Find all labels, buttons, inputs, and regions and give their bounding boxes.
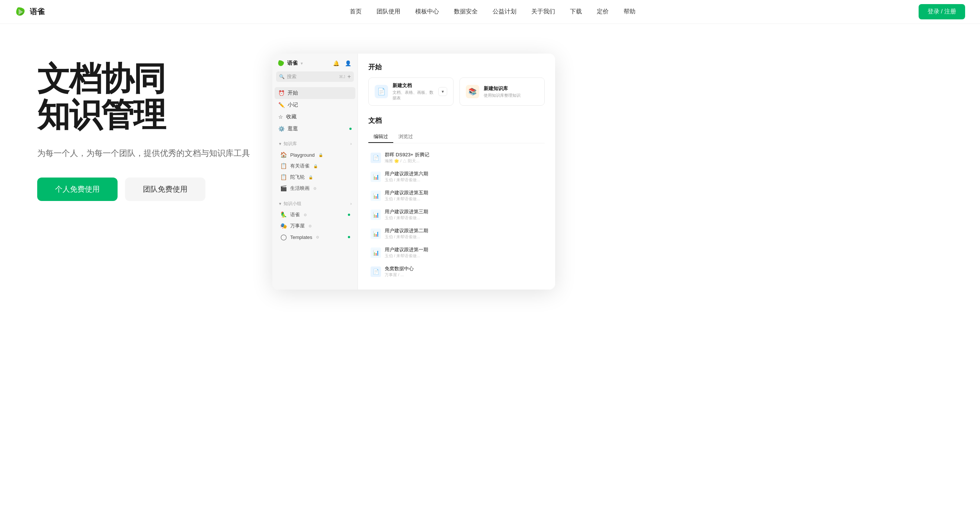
group-templates-settings-icon: ⚙ (316, 235, 319, 239)
kb-item-movies[interactable]: 🎬 生活映画 ⚙ (276, 183, 354, 194)
new-doc-label: 新建文档 (393, 82, 434, 89)
hero-section: 文档协同 知识管理 为每一个人，为每一个团队，提供优秀的文档与知识库工具 个人免… (0, 24, 980, 511)
nav-templates[interactable]: 模板中心 (415, 8, 439, 16)
groups-list: 🦜 语雀 ⚙ 🎭 万事屋 ⚙ ◯ Templates (276, 209, 354, 244)
sidebar-brand[interactable]: 语雀 ▼ (278, 60, 304, 67)
group-item-templates[interactable]: ◯ Templates ⚙ (276, 231, 354, 243)
new-kb-sub: 使用知识库整理知识 (484, 93, 520, 98)
team-free-button[interactable]: 团队免费使用 (125, 178, 205, 201)
nav-download[interactable]: 下载 (570, 8, 582, 16)
hero-buttons: 个人免费使用 团队免费使用 (37, 178, 250, 201)
group-yuque-emoji: 🦜 (280, 212, 287, 218)
kb-item-yuque[interactable]: 📋 有关语雀 🔒 (276, 161, 354, 172)
doc-row[interactable]: 📊 用户建议跟进第六期 玉伯 / 来帮语雀做... (368, 167, 545, 186)
doc-name-1: 用户建议跟进第六期 (385, 170, 542, 177)
explore-icon: ⚙️ (278, 126, 285, 132)
avatar-icon[interactable]: 👤 (344, 59, 352, 68)
doc-name-3: 用户建议跟进第三期 (385, 209, 542, 215)
new-kb-label: 新建知识库 (484, 85, 520, 92)
playground-emoji: 🏠 (280, 151, 287, 158)
nav-team[interactable]: 团队使用 (377, 8, 400, 16)
doc-name-6: 免窝数据中心 (385, 265, 542, 272)
new-kb-card-text: 新建知识库 使用知识库整理知识 (484, 85, 520, 98)
new-doc-dropdown[interactable]: ▾ (438, 87, 447, 96)
doc-name-4: 用户建议跟进第二期 (385, 228, 542, 234)
doc-icon-3: 📊 (371, 210, 381, 220)
new-doc-sub: 文档、表格、画板、数据表 (393, 90, 434, 101)
hero-subtitle: 为每一个人，为每一个团队，提供优秀的文档与知识库工具 (37, 146, 250, 160)
doc-row[interactable]: 📊 用户建议跟进第一期 玉伯 / 来帮语雀做... (368, 244, 545, 262)
sidebar-item-notes[interactable]: ✏️ 小记 (275, 99, 355, 111)
playground-lock-icon: 🔒 (318, 153, 323, 157)
group-item-everything[interactable]: 🎭 万事屋 ⚙ (276, 220, 354, 231)
dropdown-chevron-icon: ▾ (442, 89, 444, 94)
doc-row[interactable]: 📊 用户建议跟进第二期 玉伯 / 来帮语雀做... (368, 224, 545, 243)
nav-about[interactable]: 关于我们 (531, 8, 555, 16)
nav-help[interactable]: 帮助 (624, 8, 635, 16)
logo-icon (15, 6, 27, 18)
groups-section: ▼ 知识小组 › 🦜 语雀 ⚙ 🎭 (272, 196, 358, 245)
group-yuque-settings-icon: ⚙ (304, 213, 307, 217)
navbar: 语雀 首页 团队使用 模板中心 数据安全 公益计划 关于我们 下载 定价 帮助 … (0, 0, 980, 24)
sidebar-item-start[interactable]: ⏰ 开始 (275, 87, 355, 99)
new-doc-card-text: 新建文档 文档、表格、画板、数据表 (393, 82, 434, 101)
doc-icon-5: 📊 (371, 247, 381, 258)
kb-item-tofeelun[interactable]: 📋 陀飞轮 🔒 (276, 172, 354, 183)
login-button[interactable]: 登录 / 注册 (919, 4, 965, 19)
logo-text: 语雀 (30, 7, 45, 17)
favorites-icon: ☆ (278, 114, 283, 120)
new-doc-card-icon: 📄 (375, 85, 388, 98)
quick-actions: 📄 新建文档 文档、表格、画板、数据表 ▾ 📚 新建知识库 (368, 77, 545, 106)
nav-charity[interactable]: 公益计划 (493, 8, 516, 16)
doc-row[interactable]: 📊 用户建议跟进第五期 玉伯 / 来帮语雀做... (368, 186, 545, 205)
personal-free-button[interactable]: 个人免费使用 (37, 178, 118, 201)
knowledge-bases-header[interactable]: ▼ 知识库 › (276, 139, 354, 148)
sidebar-brand-icon (278, 60, 285, 67)
groups-header[interactable]: ▼ 知识小组 › (276, 199, 354, 209)
group-everything-emoji: 🎭 (280, 223, 287, 229)
new-doc-icon[interactable]: + (347, 73, 351, 80)
kb-item-playground[interactable]: 🏠 Playground 🔒 (276, 149, 354, 161)
app-sidebar: 语雀 ▼ 🔔 👤 🔍 搜索 ⌘J + ⏰ (272, 54, 358, 290)
doc-icon-2: 📊 (371, 191, 381, 201)
doc-icon-1: 📊 (371, 172, 381, 182)
doc-list: 📄 群晖 DS923+ 折腾记 瀚雅 🌟 / △ 阳天... 📊 用户建议跟进第… (368, 148, 545, 281)
doc-info-6: 免窝数据中心 万事屋 / ... (385, 265, 542, 278)
doc-info-3: 用户建议跟进第三期 玉伯 / 来帮语雀做... (385, 209, 542, 221)
search-placeholder: 搜索 (287, 73, 337, 80)
explore-dot (349, 128, 352, 130)
new-kb-card[interactable]: 📚 新建知识库 使用知识库整理知识 (460, 77, 545, 106)
sidebar-item-explore[interactable]: ⚙️ 逛逛 (275, 123, 355, 135)
doc-meta-4: 玉伯 / 来帮语雀做... (385, 234, 542, 240)
docs-section-title: 文档 (368, 116, 545, 125)
app-window: 语雀 ▼ 🔔 👤 🔍 搜索 ⌘J + ⏰ (272, 54, 555, 290)
doc-meta-6: 万事屋 / ... (385, 272, 542, 278)
group-item-yuque[interactable]: 🦜 语雀 ⚙ (276, 209, 354, 220)
hero-right: 语雀 ▼ 🔔 👤 🔍 搜索 ⌘J + ⏰ (272, 46, 950, 290)
nav-home[interactable]: 首页 (350, 8, 362, 16)
new-kb-card-icon: 📚 (466, 85, 479, 98)
logo[interactable]: 语雀 (15, 6, 45, 18)
doc-row[interactable]: 📄 群晖 DS923+ 折腾记 瀚雅 🌟 / △ 阳天... (368, 148, 545, 167)
doc-row[interactable]: 📊 用户建议跟进第三期 玉伯 / 来帮语雀做... (368, 205, 545, 224)
sidebar-item-favorites[interactable]: ☆ 收藏 (275, 111, 355, 123)
movies-emoji: 🎬 (280, 185, 287, 192)
doc-info-5: 用户建议跟进第一期 玉伯 / 来帮语雀做... (385, 247, 542, 259)
start-section-title: 开始 (368, 62, 545, 72)
nav-security[interactable]: 数据安全 (454, 8, 478, 16)
search-bar[interactable]: 🔍 搜索 ⌘J + (276, 72, 354, 82)
doc-info-1: 用户建议跟进第六期 玉伯 / 来帮语雀做... (385, 170, 542, 183)
groups-collapse-icon: ▼ (278, 202, 282, 206)
movies-settings-icon: ⚙ (313, 186, 317, 191)
hero-title-line2: 知识管理 (37, 96, 165, 133)
notification-icon[interactable]: 🔔 (331, 59, 340, 68)
yuque-lock-icon: 🔒 (313, 164, 318, 168)
tab-viewed[interactable]: 浏览过 (393, 131, 418, 143)
doc-row[interactable]: 📄 免窝数据中心 万事屋 / ... (368, 263, 545, 281)
tab-edited[interactable]: 编辑过 (368, 131, 393, 143)
nav-pricing[interactable]: 定价 (597, 8, 609, 16)
new-doc-card[interactable]: 📄 新建文档 文档、表格、画板、数据表 ▾ (368, 77, 453, 106)
sidebar-header: 语雀 ▼ 🔔 👤 (272, 54, 358, 72)
knowledge-bases-arrow: › (350, 142, 352, 146)
knowledge-bases-section: ▼ 知识库 › 🏠 Playground 🔒 📋 有关 (272, 136, 358, 196)
